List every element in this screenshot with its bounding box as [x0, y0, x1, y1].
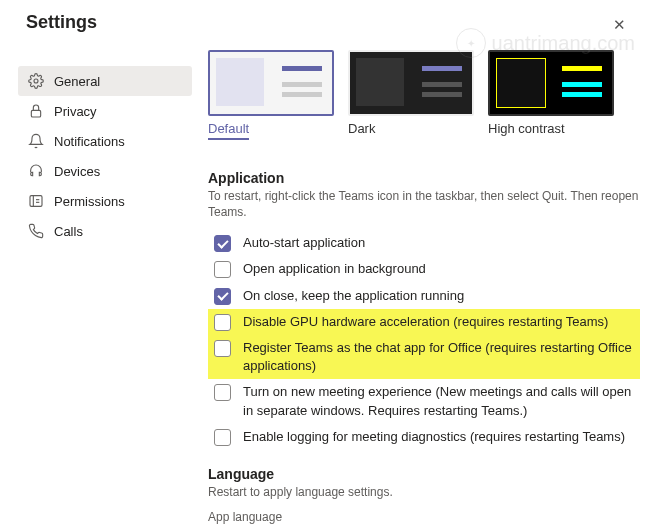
phone-icon	[28, 223, 44, 239]
svg-rect-2	[30, 196, 42, 207]
sidebar-item-label: General	[54, 74, 100, 89]
theme-preview-dark	[348, 50, 474, 116]
sidebar-item-notifications[interactable]: Notifications	[18, 126, 192, 156]
close-button[interactable]: ✕	[606, 12, 632, 38]
theme-selector: Default Dark High contrast	[208, 50, 640, 140]
sidebar-item-label: Devices	[54, 164, 100, 179]
sidebar-item-general[interactable]: General	[18, 66, 192, 96]
option-disable-gpu: Disable GPU hardware acceleration (requi…	[208, 309, 640, 335]
settings-content: Default Dark High contrast Application T…	[200, 50, 650, 524]
permissions-icon	[28, 193, 44, 209]
theme-preview-hc	[488, 50, 614, 116]
option-on-close: On close, keep the application running	[208, 283, 640, 309]
close-icon: ✕	[613, 16, 626, 34]
checkbox-auto-start[interactable]	[214, 235, 231, 252]
option-logging: Enable logging for meeting diagnostics (…	[208, 424, 640, 450]
sidebar-item-calls[interactable]: Calls	[18, 216, 192, 246]
settings-sidebar: General Privacy Notifications Devices	[0, 50, 200, 524]
settings-title: Settings	[26, 12, 97, 33]
checkbox-on-close[interactable]	[214, 288, 231, 305]
option-register-chat: Register Teams as the chat app for Offic…	[208, 335, 640, 379]
application-section-title: Application	[208, 170, 640, 186]
theme-label: Default	[208, 121, 249, 140]
theme-default[interactable]: Default	[208, 50, 334, 140]
option-label: Enable logging for meeting diagnostics (…	[243, 428, 634, 446]
option-open-background: Open application in background	[208, 256, 640, 282]
app-language-label: App language	[208, 510, 640, 524]
language-section-title: Language	[208, 466, 640, 482]
sidebar-item-permissions[interactable]: Permissions	[18, 186, 192, 216]
option-label: Open application in background	[243, 260, 634, 278]
checkbox-logging[interactable]	[214, 429, 231, 446]
lock-icon	[28, 103, 44, 119]
option-label: On close, keep the application running	[243, 287, 634, 305]
checkbox-open-background[interactable]	[214, 261, 231, 278]
option-label: Auto-start application	[243, 234, 634, 252]
svg-rect-1	[31, 110, 40, 117]
checkbox-register-chat[interactable]	[214, 340, 231, 357]
option-label: Turn on new meeting experience (New meet…	[243, 383, 634, 419]
theme-label: Dark	[348, 121, 474, 136]
option-auto-start: Auto-start application	[208, 230, 640, 256]
option-label: Disable GPU hardware acceleration (requi…	[243, 313, 634, 331]
option-label: Register Teams as the chat app for Offic…	[243, 339, 634, 375]
language-section-subtitle: Restart to apply language settings.	[208, 485, 640, 501]
sidebar-item-label: Privacy	[54, 104, 97, 119]
theme-high-contrast[interactable]: High contrast	[488, 50, 614, 140]
bell-icon	[28, 133, 44, 149]
headset-icon	[28, 163, 44, 179]
theme-preview-default	[208, 50, 334, 116]
sidebar-item-privacy[interactable]: Privacy	[18, 96, 192, 126]
application-section-subtitle: To restart, right-click the Teams icon i…	[208, 189, 640, 220]
checkbox-new-meeting[interactable]	[214, 384, 231, 401]
option-new-meeting: Turn on new meeting experience (New meet…	[208, 379, 640, 423]
theme-label: High contrast	[488, 121, 614, 136]
svg-point-0	[34, 79, 38, 83]
checkbox-disable-gpu[interactable]	[214, 314, 231, 331]
sidebar-item-devices[interactable]: Devices	[18, 156, 192, 186]
sidebar-item-label: Permissions	[54, 194, 125, 209]
sidebar-item-label: Calls	[54, 224, 83, 239]
sidebar-item-label: Notifications	[54, 134, 125, 149]
gear-icon	[28, 73, 44, 89]
theme-dark[interactable]: Dark	[348, 50, 474, 140]
